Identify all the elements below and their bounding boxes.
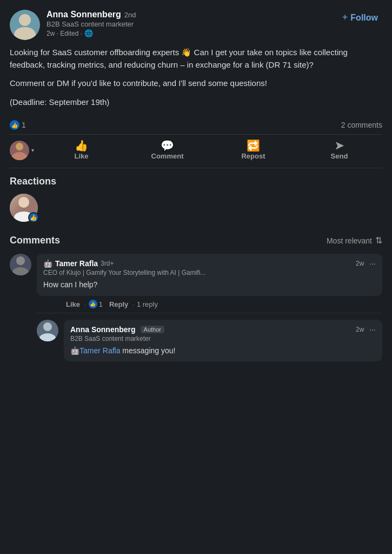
degree-badge: 2nd [124, 11, 136, 19]
post-paragraph-3: (Deadline: September 19th) [10, 96, 382, 109]
commenter-title: CEO of Klujo | Gamify Your Storytelling … [43, 269, 376, 276]
reply-text-content: messaging you! [120, 346, 175, 355]
comment-header-meta: 🤖 Tamer Rafla 3rd+ [43, 259, 114, 268]
sort-label: Most relevant [327, 236, 372, 245]
dot-separator-3: · [132, 300, 135, 308]
repost-icon: 🔁 [247, 140, 260, 151]
reply-mention-link[interactable]: Tamer Rafla [79, 346, 120, 355]
reply-bubble: Anna Sonnenberg Author 2w ··· B2B SaaS c… [64, 320, 382, 362]
post-container: Anna Sonnenberg 2nd B2B SaaS content mar… [0, 0, 392, 361]
reactions-title: Reactions [10, 176, 382, 187]
reply-header-row: Anna Sonnenberg Author 2w ··· [70, 325, 376, 334]
reply-text: 🤖Tamer Rafla messaging you! [70, 346, 376, 357]
like-label: Like [74, 152, 88, 160]
reply-header-meta: Anna Sonnenberg Author [70, 325, 164, 334]
commenter-name: 🤖 Tamer Rafla 3rd+ [43, 259, 114, 268]
send-icon: ➤ [335, 140, 344, 151]
comment-actions: Like · 👍 1 Reply · 1 reply [37, 299, 382, 309]
comment-item: 🤖 Tamer Rafla 3rd+ 2w ··· CEO of Klujo |… [10, 254, 382, 361]
follow-label: Follow [350, 13, 378, 23]
small-like-badge: 👍 [89, 300, 97, 308]
reply-author-name: Anna Sonnenberg Author [70, 325, 164, 334]
comments-count[interactable]: 2 comments [341, 121, 382, 129]
reply-author-name-text: Anna Sonnenberg [70, 325, 136, 334]
author-avatar [10, 10, 40, 40]
comment-header-row: 🤖 Tamer Rafla 3rd+ 2w ··· [43, 259, 376, 268]
comment-like-count: 1 [99, 300, 103, 308]
reply-time: 2w [356, 326, 364, 333]
send-button[interactable]: ➤ Send [296, 137, 382, 163]
action-bar: ▾ 👍 Like 💬 Comment 🔁 Repost ➤ Send [10, 135, 382, 168]
comment-icon: 💬 [161, 140, 174, 151]
author-name: Anna Sonnenberg [46, 10, 121, 19]
commenter-avatar [10, 254, 31, 275]
author-badge: Author [141, 326, 164, 333]
reply-more-icon[interactable]: ··· [369, 325, 376, 334]
reply-avatar [37, 320, 58, 341]
comment-like-button[interactable]: Like [64, 299, 82, 309]
comment-time: 2w [356, 260, 364, 267]
reaction-like-badge: 👍 [28, 212, 39, 223]
like-count-row: 👍 1 [89, 300, 103, 308]
post-paragraph-2: Comment or DM if you'd like to contribut… [10, 77, 382, 90]
reply-mention-robot-icon: 🤖 [70, 346, 79, 355]
reply-author-title: B2B SaaS content marketer [70, 335, 376, 342]
post-time: 2w · Edited · [46, 30, 82, 37]
sort-arrows-icon: ⇅ [375, 235, 382, 246]
reply-item: Anna Sonnenberg Author 2w ··· B2B SaaS c… [37, 313, 382, 362]
sort-button[interactable]: Most relevant ⇅ [327, 235, 382, 246]
comment-text: How can I help? [43, 280, 376, 291]
comment-reply-button[interactable]: Reply [107, 299, 130, 309]
send-label: Send [331, 152, 348, 160]
reactions-section: Reactions 👍 [10, 168, 382, 226]
like-icon: 👍 [75, 140, 88, 151]
comments-header: Comments Most relevant ⇅ [10, 235, 382, 246]
like-emoji-icon: 👍 [10, 120, 19, 130]
comment-more-icon[interactable]: ··· [369, 259, 376, 268]
post-header: Anna Sonnenberg 2nd B2B SaaS content mar… [10, 10, 382, 40]
reaction-avatar: 👍 [10, 194, 38, 222]
globe-icon: 🌐 [84, 29, 93, 37]
post-header-left: Anna Sonnenberg 2nd B2B SaaS content mar… [10, 10, 136, 40]
post-meta: 2w · Edited · 🌐 [46, 29, 136, 37]
avatar-dropdown-icon[interactable]: ▾ [31, 147, 34, 153]
comments-section: Comments Most relevant ⇅ 🤖 Tamer Rafla 3… [10, 226, 382, 361]
author-name-row: Anna Sonnenberg 2nd [46, 10, 136, 19]
author-info: Anna Sonnenberg 2nd B2B SaaS content mar… [46, 10, 136, 37]
commenter-robot-icon: 🤖 [43, 259, 52, 268]
likes-count: 1 [22, 121, 26, 129]
repost-button[interactable]: 🔁 Repost [210, 137, 296, 163]
commenter-name-text: Tamer Rafla [55, 259, 98, 268]
engagement-row: 👍 1 2 comments [10, 116, 382, 135]
post-content: Looking for SaaS customer offboarding ex… [10, 47, 382, 108]
plus-icon: + [342, 12, 348, 23]
current-user-avatar [10, 141, 29, 160]
commenter-degree: 3rd+ [101, 260, 114, 267]
follow-button[interactable]: + Follow [338, 10, 382, 25]
comments-title: Comments [10, 235, 60, 246]
author-title: B2B SaaS content marketer [46, 20, 136, 28]
comment-label: Comment [151, 152, 184, 160]
repost-label: Repost [241, 152, 265, 160]
dot-separator: · [84, 300, 87, 308]
like-button[interactable]: 👍 Like [38, 137, 124, 163]
comment-button[interactable]: 💬 Comment [124, 137, 210, 163]
comment-bubble: 🤖 Tamer Rafla 3rd+ 2w ··· CEO of Klujo |… [37, 254, 382, 296]
post-paragraph-1: Looking for SaaS customer offboarding ex… [10, 47, 382, 71]
comment-replies-count: 1 reply [137, 300, 158, 308]
reactions-count: 👍 1 [10, 120, 26, 130]
